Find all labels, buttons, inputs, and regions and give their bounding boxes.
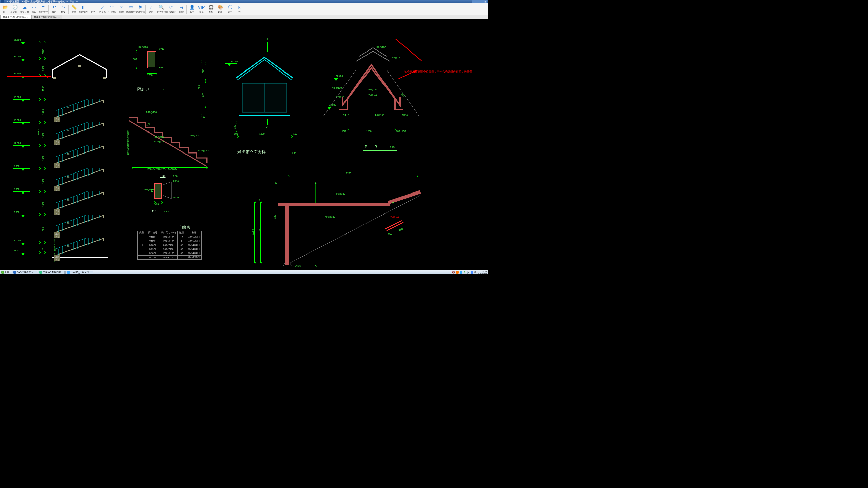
guide-line xyxy=(435,19,435,270)
vip-button[interactable]: VIP会员 xyxy=(197,4,206,15)
taskbar-item[interactable]: hao123_上网从这... xyxy=(65,271,93,274)
maximize-button[interactable]: □ xyxy=(477,0,482,3)
recent-button-icon: 🕘 xyxy=(12,5,18,10)
service-button[interactable]: 🎧客服 xyxy=(206,4,216,15)
roof-icon xyxy=(49,53,110,80)
hide-note-button[interactable]: 👁隐藏批注 xyxy=(126,4,136,15)
file-tab[interactable]: 曲江小学周转房建筑...× xyxy=(0,15,31,19)
elev-label: 15.300 xyxy=(14,119,21,121)
app-name: CAD快速看图 xyxy=(5,0,19,3)
toolbar: 📂打开🕘最近打开☁快看云盘▭窗口≡图层管理↶撤销↷恢复📏测量◧图形识别T文字／画… xyxy=(0,3,488,15)
undo-button-icon: ↶ xyxy=(51,5,57,10)
file-path: F:\图纸\土建\周转房\曲江小学周转房建筑_t7_导出.dwg xyxy=(22,0,79,3)
tray-icon[interactable]: ✿ xyxy=(463,271,466,274)
hide-note-button-icon: 👁 xyxy=(128,5,134,10)
dormer-elevation: A 21.600 1000 620 300 80 A 1500 100 100 … xyxy=(197,38,305,143)
about-button-icon: ⓘ xyxy=(227,5,233,10)
system-tray[interactable]: 🔇 ✿ 🔈 ⬔ 16:17 2018/10/2 xyxy=(451,270,488,274)
layer-button[interactable]: ≡图层管理 xyxy=(39,4,48,15)
recent-button[interactable]: 🕘最近打开 xyxy=(10,4,20,15)
k-button-icon: k xyxy=(237,5,242,10)
line-button-icon: ／ xyxy=(100,5,105,10)
about-button[interactable]: ⓘ关于 xyxy=(225,4,235,15)
taskbar: 开始 CAD快速看图 - ...广联达BIM钢筋算...hao123_上网从这.… xyxy=(0,270,488,274)
account-button-icon: 👤 xyxy=(189,5,195,10)
line-button[interactable]: ／画直线 xyxy=(98,4,107,15)
style-button[interactable]: 🎨风格 xyxy=(216,4,225,15)
drawing-canvas[interactable]: 25.60023.50021.30018.30015.30012.3009.30… xyxy=(0,19,488,270)
recognize-button-icon: ◧ xyxy=(81,5,86,10)
titlebar: CAD快速看图 - F:\图纸\土建\周转房\曲江小学周转房建筑_t7_导出.d… xyxy=(0,0,488,3)
taskbar-item[interactable]: 广联达BIM钢筋算... xyxy=(38,271,65,274)
elev-label: ±0.000 xyxy=(14,239,21,242)
cloud-button-icon: ☁ xyxy=(22,5,27,10)
red-annotation: 这个老虎窗是哪个位置滴，用什么构建组合布置，老哥们 xyxy=(404,70,472,74)
polyline-button-icon: 〰 xyxy=(109,5,115,10)
tray-icon[interactable] xyxy=(471,271,473,274)
clock-date: 2018/10/2 xyxy=(478,272,487,274)
close-tab-icon[interactable]: × xyxy=(58,16,60,18)
redo-button-icon: ↷ xyxy=(61,5,66,10)
start-button[interactable]: 开始 xyxy=(0,271,11,274)
tray-icon[interactable] xyxy=(456,271,459,274)
find-button[interactable]: 🔍文字查找 xyxy=(157,4,166,15)
find-button-icon: 🔍 xyxy=(159,5,164,10)
roof-detail: B B 3300 1000 1020 120 300 60 Φ6@180 Φ6@… xyxy=(251,171,427,270)
window-button[interactable]: ▭窗口 xyxy=(29,4,39,15)
text-button[interactable]: T文字 xyxy=(88,4,98,15)
elev-label: 12.300 xyxy=(14,142,21,144)
minimize-button[interactable]: — xyxy=(472,0,477,3)
redo-button[interactable]: ↷恢复 xyxy=(59,4,68,15)
open-button[interactable]: 📂打开 xyxy=(1,4,10,15)
tray-icon[interactable]: 🔈 xyxy=(467,271,470,274)
dim-total: 21900 xyxy=(37,129,40,135)
taskbar-item[interactable]: CAD快速看图 - ... xyxy=(12,271,37,274)
scale-button[interactable]: ⤢比例 xyxy=(146,4,156,15)
file-tab[interactable]: 曲江小学周转房建筑...× xyxy=(31,15,62,19)
recognize-button[interactable]: ◧图形识别 xyxy=(79,4,88,15)
app-icon xyxy=(1,0,4,3)
bb-section: 22.400 21.800 Φ8@180 Φ8@180 Φ8@130 Φ8@20… xyxy=(322,43,424,151)
elev-label: -0.300 xyxy=(14,249,20,252)
undo-button[interactable]: ↶撤销 xyxy=(49,4,59,15)
scale-button-icon: ⤢ xyxy=(148,5,154,10)
style-button-icon: 🎨 xyxy=(218,5,223,10)
tl-detail: 2Φ16 3Φ16 Φ8@200 400 250 TL1 1:25 xyxy=(144,180,185,227)
elev-label: 25.600 xyxy=(14,39,21,41)
print-button-icon: 🖨 xyxy=(179,5,184,10)
delete-button[interactable]: ✕删除 xyxy=(117,4,126,15)
vip-button-icon: VIP xyxy=(199,5,204,10)
elev-label: 23.500 xyxy=(14,55,21,58)
window-button-icon: ▭ xyxy=(31,5,37,10)
tray-icon[interactable]: 🔇 xyxy=(452,271,455,274)
service-button-icon: 🎧 xyxy=(208,5,214,10)
elev-label: 21.300 xyxy=(14,72,21,75)
measure-button[interactable]: 📏测量 xyxy=(69,4,79,15)
svg-rect-106 xyxy=(278,203,390,206)
anno-set-button[interactable]: ⚑标注设置 xyxy=(136,4,145,15)
k-button[interactable]: k小k xyxy=(235,4,244,15)
arrow-annotation xyxy=(7,76,51,77)
open-button-icon: 📂 xyxy=(3,5,8,10)
measure-button-icon: 📏 xyxy=(71,5,77,10)
delete-button-icon: ✕ xyxy=(119,5,124,10)
print-button[interactable]: 🖨打印 xyxy=(177,4,186,15)
elev-label: 6.300 xyxy=(14,188,20,190)
close-button[interactable]: ✕ xyxy=(482,0,487,3)
elev-label: 3.300 xyxy=(14,211,20,214)
elev-label: 9.300 xyxy=(14,165,20,167)
anno-set-button-icon: ⚑ xyxy=(138,5,143,10)
dw-table-title: 门窗表 xyxy=(180,225,190,230)
tray-icon[interactable] xyxy=(460,271,462,274)
rotate-button[interactable]: ⟳屏幕旋转 xyxy=(166,4,176,15)
account-button[interactable]: 👤账号 xyxy=(187,4,197,15)
tray-icon[interactable]: ⬔ xyxy=(474,271,477,274)
svg-rect-2 xyxy=(78,65,81,67)
polyline-button[interactable]: 〰任意线 xyxy=(107,4,117,15)
cloud-button[interactable]: ☁快看云盘 xyxy=(20,4,29,15)
close-tab-icon[interactable]: × xyxy=(27,16,29,18)
elev-label: 18.300 xyxy=(14,96,21,98)
layer-button-icon: ≡ xyxy=(41,5,46,10)
text-button-icon: T xyxy=(90,5,96,10)
rotate-button-icon: ⟳ xyxy=(168,5,174,10)
